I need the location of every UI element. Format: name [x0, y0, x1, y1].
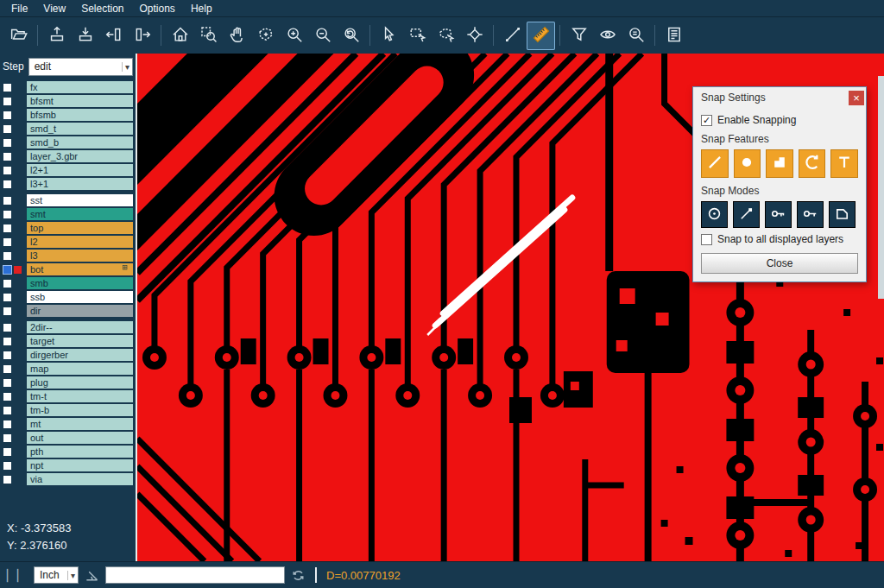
layer-visibility-checkbox[interactable]	[3, 139, 11, 147]
layer-row-tm-b[interactable]: tm-b	[0, 404, 136, 416]
layer-visibility-checkbox[interactable]	[3, 420, 11, 428]
layer-visibility-checkbox[interactable]	[3, 365, 11, 373]
unit-select[interactable]: Inch ▾	[34, 566, 79, 584]
layer-row-l2[interactable]: l2	[0, 236, 136, 248]
layer-row-out[interactable]: out	[0, 432, 136, 444]
close-button[interactable]: Close	[701, 253, 858, 274]
layer-row-via[interactable]: via	[0, 473, 136, 485]
layer-row-map[interactable]: map	[0, 363, 136, 375]
layer-row-smd_b[interactable]: smd_b	[0, 136, 136, 149]
dialog-titlebar[interactable]: Snap Settings ×	[693, 87, 866, 107]
layer-row-l2+1[interactable]: l2+1	[0, 164, 136, 176]
layer-name[interactable]: plug	[27, 376, 133, 389]
layer-visibility-checkbox[interactable]	[3, 180, 11, 188]
layer-visibility-checkbox[interactable]	[3, 84, 11, 92]
layer-name[interactable]: layer_3.gbr	[27, 150, 133, 162]
layer-name[interactable]: bot	[27, 263, 133, 275]
layer-visibility-checkbox[interactable]	[3, 211, 11, 218]
menu-options[interactable]: Options	[132, 3, 183, 15]
select-polygon-button[interactable]	[432, 22, 460, 50]
layer-row-layer_3.gbr[interactable]: layer_3.gbr	[0, 150, 136, 162]
import-bottom-button[interactable]	[71, 22, 99, 50]
layer-row-sst[interactable]: sst	[0, 194, 136, 206]
layer-row-fx[interactable]: fx	[0, 81, 136, 93]
open-folder-button[interactable]	[4, 22, 33, 50]
layer-name[interactable]: sst	[27, 194, 133, 206]
enable-snapping-checkbox[interactable]: ✓	[701, 115, 712, 126]
layer-visibility-checkbox[interactable]	[3, 266, 11, 274]
zoom-in-button[interactable]	[280, 22, 308, 50]
refresh-icon[interactable]	[291, 568, 306, 583]
layer-name[interactable]: smd_t	[27, 123, 133, 135]
layer-visibility-checkbox[interactable]	[3, 434, 11, 442]
layer-visibility-checkbox[interactable]	[3, 111, 11, 119]
layer-row-plug[interactable]: plug	[0, 376, 136, 389]
layer-row-npt[interactable]: npt	[0, 459, 136, 471]
layer-row-bfsmb[interactable]: bfsmb	[0, 109, 136, 121]
filter-button[interactable]	[565, 22, 593, 50]
layer-row-l3[interactable]: l3	[0, 250, 136, 262]
snap-feature-circle-button[interactable]	[734, 149, 761, 178]
snap-mode-key-button[interactable]	[765, 201, 792, 228]
snap-feature-pad-button[interactable]	[766, 149, 793, 178]
line-tool-button[interactable]	[498, 22, 527, 50]
home-button[interactable]	[166, 22, 194, 50]
layer-visibility-checkbox[interactable]	[3, 407, 11, 414]
layer-row-smt[interactable]: smt	[0, 208, 136, 220]
export-left-button[interactable]	[99, 22, 128, 50]
layer-name[interactable]: smb	[27, 277, 133, 289]
layer-row-bfsmt[interactable]: bfsmt	[0, 95, 136, 107]
all-layers-checkbox[interactable]	[701, 234, 712, 245]
layer-name[interactable]: 2dir--	[27, 321, 133, 333]
layer-name[interactable]: out	[27, 432, 133, 444]
layer-name[interactable]: tm-t	[27, 390, 133, 402]
select-cursor-button[interactable]	[375, 22, 403, 50]
layer-row-pth[interactable]: pth	[0, 446, 136, 458]
layer-name[interactable]: fx	[27, 81, 133, 93]
export-right-button[interactable]	[128, 22, 156, 50]
layer-name[interactable]: l3	[27, 250, 133, 262]
layer-visibility-checkbox[interactable]	[3, 153, 11, 161]
layer-row-dirgerber[interactable]: dirgerber	[0, 349, 136, 361]
layer-visibility-checkbox[interactable]	[3, 238, 11, 246]
zoom-polygon-button[interactable]	[251, 22, 280, 50]
layer-visibility-checkbox[interactable]	[3, 294, 11, 301]
layer-name[interactable]: bfsmb	[27, 109, 133, 121]
zoom-reset-button[interactable]	[337, 22, 365, 50]
layer-name[interactable]: top	[27, 222, 133, 234]
zoom-out-button[interactable]	[308, 22, 337, 50]
layer-row-smb[interactable]: smb	[0, 277, 136, 289]
pan-hand-button[interactable]	[223, 22, 251, 50]
layer-name[interactable]: dir	[27, 305, 133, 317]
menu-file[interactable]: File	[3, 3, 35, 15]
import-top-button[interactable]	[42, 22, 71, 50]
layer-row-bot[interactable]: bot	[0, 263, 136, 275]
layer-row-tm-t[interactable]: tm-t	[0, 390, 136, 402]
layer-visibility-checkbox[interactable]	[3, 280, 11, 288]
zoom-window-button[interactable]	[194, 22, 223, 50]
layer-row-l3+1[interactable]: l3+1	[0, 178, 136, 190]
layer-name[interactable]: map	[27, 363, 133, 375]
layer-visibility-checkbox[interactable]	[3, 338, 11, 345]
layer-visibility-checkbox[interactable]	[3, 462, 11, 470]
snap-feature-text-button[interactable]	[830, 149, 858, 178]
measure-diamond-button[interactable]	[460, 22, 489, 50]
layer-name[interactable]: pth	[27, 446, 133, 458]
layer-name[interactable]: target	[27, 335, 133, 347]
layer-name[interactable]: smd_b	[27, 136, 133, 149]
layer-row-2dir--[interactable]: 2dir--	[0, 321, 136, 333]
layer-visibility-checkbox[interactable]	[3, 224, 11, 232]
menu-selection[interactable]: Selection	[73, 3, 131, 15]
layer-name[interactable]: smt	[27, 208, 133, 220]
layer-visibility-checkbox[interactable]	[3, 379, 11, 387]
layer-visibility-checkbox[interactable]	[3, 324, 11, 332]
select-rectangle-button[interactable]	[403, 22, 432, 50]
layer-name[interactable]: l3+1	[27, 178, 133, 190]
step-select[interactable]: edit ▾	[28, 58, 133, 76]
layer-row-top[interactable]: top	[0, 222, 136, 234]
layer-visibility-checkbox[interactable]	[3, 125, 11, 133]
report-button[interactable]	[660, 22, 688, 50]
layer-name[interactable]: tm-b	[27, 404, 133, 416]
layer-name[interactable]: via	[27, 473, 133, 485]
pcb-canvas[interactable]: Snap Settings × ✓ Enable Snapping Snap F…	[136, 54, 884, 561]
